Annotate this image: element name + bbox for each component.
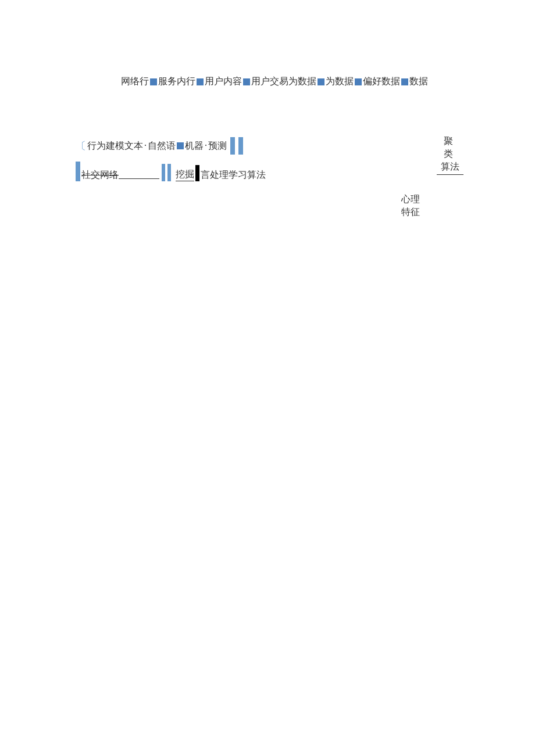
box-icon <box>401 78 408 85</box>
horizontal-line <box>119 178 159 179</box>
mining-text: 挖掘 <box>176 169 194 181</box>
clustering-line-2: 算法 <box>437 160 463 175</box>
top-text-4: 为数据 <box>326 76 354 88</box>
bar-icon <box>230 137 235 155</box>
box-icon <box>355 78 362 85</box>
black-bar-icon <box>195 165 199 181</box>
top-data-row: 网络行 服务内行 用户内容 用户交易为数据 为数据 偏好数据 数据 <box>121 76 428 88</box>
psych-line-1: 心理 <box>401 193 420 206</box>
processing-text: 言处理学习算法 <box>201 169 266 181</box>
dot-separator: · <box>144 141 147 151</box>
double-bar-icon <box>162 164 171 181</box>
double-bar-icon <box>229 137 243 155</box>
top-text-3: 用户交易为数据 <box>251 76 316 88</box>
box-icon <box>150 78 157 85</box>
method-text-2: 自然语 <box>148 140 176 152</box>
bar-icon <box>162 164 165 181</box>
methods-row-2: 社交网络 挖掘 言处理学习算法 <box>76 162 266 181</box>
box-icon <box>318 78 324 85</box>
bar-icon <box>76 162 80 181</box>
top-text-6: 数据 <box>409 76 428 88</box>
bar-icon <box>167 164 171 181</box>
psychology-block: 心理 特征 <box>401 193 420 218</box>
box-icon <box>243 78 250 85</box>
top-text-5: 偏好数据 <box>363 76 400 88</box>
psych-line-2: 特征 <box>401 206 420 218</box>
box-icon <box>197 78 204 85</box>
method-text-3: 机器 <box>185 140 204 152</box>
method-text-1: 行为建模文本 <box>87 140 143 152</box>
clustering-line-1: 聚 类 <box>436 135 464 160</box>
method-text-4: 预测 <box>208 140 227 152</box>
social-network-text: 社交网络 <box>81 169 119 181</box>
bracket-icon: 〔 <box>76 139 86 153</box>
dot-separator: · <box>205 141 207 151</box>
clustering-block: 聚 类 算法 <box>436 135 464 175</box>
bar-icon <box>238 137 243 155</box>
top-text-1: 服务内行 <box>158 76 195 88</box>
box-icon <box>177 142 184 149</box>
methods-row-1: 〔 行为建模文本 · 自然语 机器 · 预测 <box>76 137 243 155</box>
top-text-0: 网络行 <box>121 76 149 88</box>
top-text-2: 用户内容 <box>205 76 242 88</box>
